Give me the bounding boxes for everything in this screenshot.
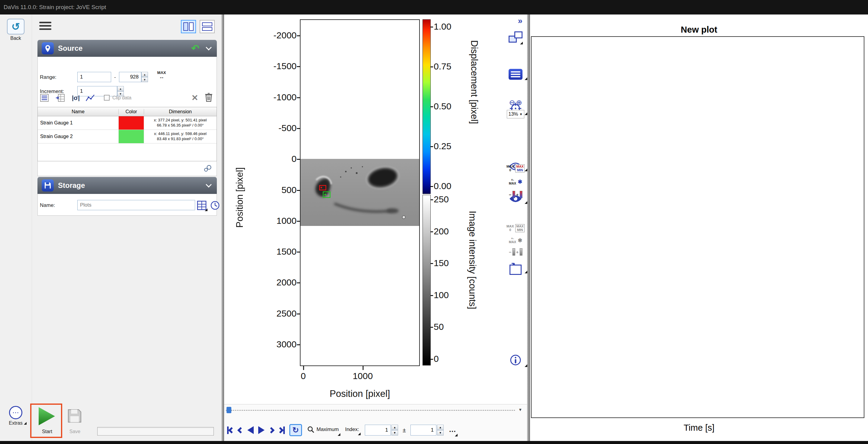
plot-panel: New plot Time [s] bbox=[530, 14, 868, 441]
import-table-icon[interactable] bbox=[54, 92, 66, 103]
region-select-icon[interactable] bbox=[509, 264, 522, 275]
index-label-button[interactable]: Index: bbox=[345, 425, 360, 435]
back-label: Back bbox=[1, 36, 31, 41]
index-input[interactable] bbox=[365, 425, 391, 436]
contrast-secondary-icon[interactable]: −+ bbox=[509, 248, 523, 256]
previous-frame-button[interactable] bbox=[238, 428, 243, 433]
storage-table-button[interactable] bbox=[196, 200, 207, 211]
play-backward-button[interactable] bbox=[247, 426, 254, 434]
auto-scale-star-icon: ✱ bbox=[518, 179, 522, 185]
undo-icon[interactable]: ↶ bbox=[191, 43, 199, 53]
plot-area[interactable] bbox=[531, 36, 864, 418]
layout-toggles bbox=[181, 20, 215, 33]
profile-plot-icon[interactable] bbox=[85, 92, 96, 103]
back-button[interactable]: ↺ Back bbox=[1, 19, 31, 41]
index-spinner[interactable]: ▲▼ bbox=[392, 425, 398, 436]
loop-playback-button[interactable]: ↻ bbox=[289, 424, 302, 436]
table-row[interactable]: Strain Gauge 1 x: 377.24 pixel, y: 501.4… bbox=[38, 116, 217, 130]
specimen-image[interactable] bbox=[301, 159, 419, 226]
next-frame-button[interactable] bbox=[269, 428, 274, 433]
panel-splitter[interactable] bbox=[221, 14, 224, 441]
delete-icon[interactable]: ✕ bbox=[189, 92, 200, 103]
range-max-button[interactable]: MAX ↔ bbox=[153, 71, 170, 80]
column-header-color[interactable]: Color bbox=[119, 109, 144, 115]
scale-adjust-secondary-icon[interactable]: +-MAX ✱ bbox=[509, 237, 523, 244]
plot-x-axis-label: Time [s] bbox=[530, 423, 868, 433]
y-tick: 1500 bbox=[264, 247, 297, 257]
scale-minmax-secondary-icon[interactable]: MAX0 MAXMIN bbox=[506, 224, 525, 232]
contrast-adjust-icon[interactable]: −+ bbox=[509, 191, 523, 198]
scale-minmax-icon[interactable]: MAX0 MAXMIN bbox=[506, 164, 525, 172]
options-icon[interactable] bbox=[202, 163, 213, 174]
storage-name-label: Name: bbox=[40, 202, 55, 209]
table-row[interactable]: Strain Gauge 2 x: 446.11 pixel, y: 598.4… bbox=[38, 130, 217, 144]
display-settings-icon[interactable] bbox=[504, 69, 527, 80]
roi-table: Name Color Dimension Strain Gauge 1 x: 3… bbox=[37, 107, 217, 161]
column-header-dimension[interactable]: Dimension bbox=[144, 109, 217, 115]
displacement-colorbar-label: Displacement [pixel] bbox=[469, 40, 479, 124]
dropdown-corner-icon bbox=[525, 271, 527, 273]
storage-name-input[interactable] bbox=[77, 200, 195, 210]
pane-icon bbox=[183, 22, 188, 31]
scale-adjust-icon[interactable]: +-MAX ✱ bbox=[509, 178, 523, 185]
clip-data-checkbox[interactable] bbox=[104, 95, 110, 101]
roi-color-swatch[interactable] bbox=[119, 116, 144, 130]
colorbar-tick: 100 bbox=[434, 290, 449, 300]
zoom-buttons: ⊖ ⊕ bbox=[509, 98, 522, 107]
arrange-windows-icon[interactable] bbox=[508, 31, 523, 44]
increment-spinner[interactable]: ▲▼ bbox=[117, 86, 124, 96]
extras-button[interactable]: ⋯ Extras bbox=[1, 406, 31, 426]
step-input[interactable] bbox=[410, 425, 436, 436]
step-spinner[interactable]: ▲▼ bbox=[437, 425, 444, 436]
menu-icon[interactable] bbox=[39, 22, 51, 30]
first-frame-button[interactable] bbox=[227, 426, 234, 434]
dropdown-corner-icon bbox=[525, 168, 527, 171]
frame-scrollbar[interactable]: ▼ bbox=[226, 407, 523, 413]
chevron-down-icon[interactable] bbox=[206, 44, 212, 51]
y-tick: 3000 bbox=[264, 339, 297, 349]
zoom-out-icon[interactable]: ⊖ bbox=[509, 98, 515, 107]
range-from-input[interactable] bbox=[77, 72, 111, 82]
increment-input[interactable] bbox=[77, 86, 117, 96]
play-forward-button[interactable] bbox=[258, 426, 265, 434]
y-tick: -1500 bbox=[264, 61, 297, 71]
maximum-button[interactable]: Maximum bbox=[307, 425, 340, 436]
storage-section-header[interactable]: Storage bbox=[37, 177, 217, 194]
auto-scale-star-icon: ✱ bbox=[518, 237, 522, 244]
pane-icon bbox=[189, 22, 194, 31]
colorbar-tick: 0.25 bbox=[434, 141, 451, 151]
layout-two-rows-button[interactable] bbox=[199, 20, 215, 33]
step-field: ▲▼ bbox=[410, 425, 444, 436]
scrollbar-track[interactable] bbox=[226, 410, 515, 411]
scrollbar-thumb[interactable] bbox=[226, 407, 231, 413]
view-toolbar: » ⊖ ⊕ 13% ▼ bbox=[504, 14, 527, 404]
image-plot-area[interactable] bbox=[300, 19, 420, 366]
zoom-in-icon[interactable]: ⊕ bbox=[516, 98, 522, 107]
dropdown-corner-icon bbox=[525, 113, 527, 115]
last-frame-button[interactable] bbox=[278, 426, 285, 434]
expand-toolbar-icon[interactable]: » bbox=[518, 16, 523, 26]
roi-dimension: x: 377.24 pixel, y: 501.41 pixel 66.78 x… bbox=[144, 116, 217, 130]
storage-time-button[interactable] bbox=[210, 200, 220, 211]
source-section-header[interactable]: Source ↶ bbox=[37, 40, 217, 57]
zoom-level-select[interactable]: 13% ▼ bbox=[507, 110, 524, 118]
playback-strip: ▼ ↻ Maximum Index: bbox=[224, 404, 527, 441]
start-label: Start bbox=[35, 429, 59, 434]
statistics-sigma-icon[interactable]: |σ| bbox=[70, 92, 82, 103]
range-spinner[interactable]: ▲▼ bbox=[141, 72, 148, 82]
intensity-colorbar bbox=[423, 195, 431, 366]
more-options-button[interactable]: … bbox=[448, 424, 457, 436]
table-empty-area bbox=[38, 144, 217, 161]
roi-color-swatch[interactable] bbox=[119, 130, 144, 143]
source-pin-icon bbox=[42, 42, 54, 54]
info-icon[interactable] bbox=[504, 353, 527, 367]
chevron-down-icon[interactable] bbox=[206, 182, 212, 188]
panel-splitter[interactable] bbox=[527, 14, 530, 441]
y-tick: 2500 bbox=[264, 308, 297, 319]
list-view-icon[interactable] bbox=[39, 92, 50, 103]
column-header-name[interactable]: Name bbox=[38, 109, 119, 115]
range-to-input[interactable] bbox=[119, 72, 141, 82]
trash-icon[interactable] bbox=[203, 92, 214, 103]
layout-two-columns-button[interactable] bbox=[181, 20, 196, 33]
scrollbar-end-icon[interactable]: ▼ bbox=[518, 408, 522, 412]
